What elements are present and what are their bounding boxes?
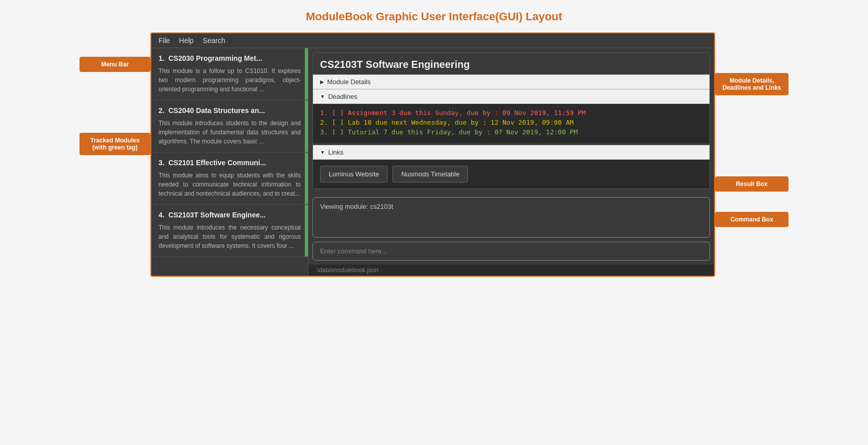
module-desc-1: This module is a follow up to CS1010. It… xyxy=(159,66,301,94)
module-desc-4: This module introduces the necessary con… xyxy=(159,223,301,250)
accordion-label-deadlines: Deadlines xyxy=(328,93,358,100)
module-title-1: 1. CS2030 Programming Met... xyxy=(159,54,301,62)
deadlines-content: 1. [ ] Assignment 3 due this Sunday, due… xyxy=(313,104,709,143)
deadline-item-3: 3. [ ] Tutorial 7 due this Friday, due b… xyxy=(320,128,702,136)
green-tag-2 xyxy=(305,100,308,152)
module-card-4[interactable]: 4. CS2103T Software Enginee... This modu… xyxy=(151,205,308,257)
green-tag-1 xyxy=(305,48,308,100)
result-box: Viewing module: cs2103t xyxy=(312,197,710,238)
deadline-item-1: 1. [ ] Assignment 3 due this Sunday, due… xyxy=(320,109,702,117)
command-box[interactable] xyxy=(312,242,710,261)
module-title-2: 2. CS2040 Data Structures an... xyxy=(159,106,301,115)
deadline-item-2: 2. [ ] Lab 10 due next Wednesday, due by… xyxy=(320,119,702,126)
menu-item-help[interactable]: Help xyxy=(179,36,194,45)
menu-bar-annotation: Menu Bar xyxy=(80,57,150,72)
menu-item-search[interactable]: Search xyxy=(203,36,225,45)
module-detail-area: CS2103T Software Engineering ▶ Module De… xyxy=(312,52,710,189)
accordion-arrow-links: ▼ xyxy=(320,150,325,155)
module-detail-title: CS2103T Software Engineering xyxy=(313,53,709,75)
tracked-modules-annotation: Tracked Modules (with green tag) xyxy=(80,133,150,155)
accordion-arrow-deadlines: ▼ xyxy=(320,94,325,99)
links-content: Luminus Website Nusmods Timetable xyxy=(313,160,709,189)
command-box-annotation: Command Box xyxy=(715,212,788,227)
module-title-3: 3. CS2101 Effective Communi... xyxy=(159,159,301,167)
module-desc-3: This module aims to equip students with … xyxy=(159,171,301,198)
right-panel: CS2103T Software Engineering ▶ Module De… xyxy=(308,48,714,276)
accordion-links[interactable]: ▼ Links xyxy=(313,145,709,160)
modules-panel: 1. CS2030 Programming Met... This module… xyxy=(151,48,308,276)
accordion-module-details[interactable]: ▶ Module Details xyxy=(313,75,709,89)
result-box-annotation: Result Box xyxy=(715,176,788,192)
module-details-annotation: Module Details, Deadlines and Links xyxy=(715,73,788,95)
accordion-deadlines[interactable]: ▼ Deadlines xyxy=(313,89,709,104)
green-tag-3 xyxy=(305,153,308,204)
module-title-4: 4. CS2103T Software Enginee... xyxy=(159,211,301,219)
menu-bar: File Help Search xyxy=(151,33,714,48)
status-bar: .\data\modulebook.json xyxy=(308,265,714,276)
module-desc-2: This module introduces students to the d… xyxy=(159,119,301,146)
luminus-button[interactable]: Luminus Website xyxy=(320,166,387,182)
accordion-label-details: Module Details xyxy=(327,78,371,86)
command-input[interactable] xyxy=(313,242,709,260)
module-card-1[interactable]: 1. CS2030 Programming Met... This module… xyxy=(151,48,308,100)
menu-item-file[interactable]: File xyxy=(159,36,170,45)
module-card-3[interactable]: 3. CS2101 Effective Communi... This modu… xyxy=(151,153,308,205)
module-card-2[interactable]: 2. CS2040 Data Structures an... This mod… xyxy=(151,100,308,153)
accordion-arrow-details: ▶ xyxy=(320,79,324,85)
nusmods-button[interactable]: Nusmods Timetable xyxy=(392,166,468,182)
green-tag-4 xyxy=(305,205,308,256)
page-title: ModuleBook Graphic User Interface(GUI) L… xyxy=(306,10,562,23)
accordion-label-links: Links xyxy=(328,149,343,156)
